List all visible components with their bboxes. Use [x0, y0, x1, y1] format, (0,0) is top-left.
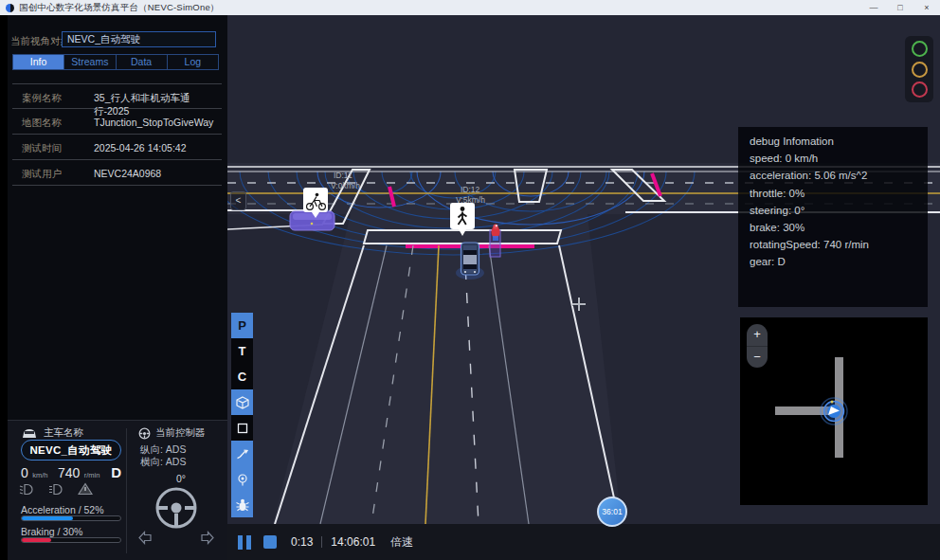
tool-p-button[interactable]: P	[231, 313, 253, 338]
minimize-icon[interactable]: —	[860, 0, 887, 15]
tab-log[interactable]: Log	[168, 55, 218, 69]
cyclist-speed-label: V:0km/h	[331, 181, 360, 190]
braking-label: Braking / 30%	[21, 526, 82, 537]
acceleration-bar-fill	[22, 516, 73, 520]
debug-steering: steering: 0°	[750, 205, 916, 216]
traffic-light-indicator	[905, 36, 933, 102]
app-icon	[6, 4, 14, 12]
tool-square-button[interactable]	[231, 415, 253, 441]
simulation-viewport[interactable]: ID:11 V:0km/h ID:12 V:5km/h	[227, 15, 940, 560]
maximize-icon[interactable]: □	[887, 0, 913, 15]
location-pin-icon	[235, 472, 250, 487]
arrow-right-icon	[200, 531, 214, 545]
title-bar: 国创中心数字化场景仿真平台（NEVC-SimOne） — □ ×	[0, 0, 940, 15]
cyclist-id-label: ID:11	[334, 171, 352, 180]
braking-bar-fill	[22, 538, 51, 542]
field-label: 测试用户	[22, 168, 62, 181]
tool-location-button[interactable]	[231, 466, 253, 492]
simulation-clock: 14:06:01	[331, 535, 375, 549]
bug-icon	[235, 497, 250, 513]
playback-bar: 0:13 14:06:01 倍速	[227, 524, 940, 560]
speed-value: 0	[21, 465, 28, 480]
stop-icon[interactable]	[263, 535, 277, 549]
debug-rotating-speed: rotatingSpeed: 740 r/min	[750, 239, 916, 250]
traffic-light-yellow	[912, 62, 928, 78]
playback-divider	[321, 536, 322, 548]
path-icon	[235, 446, 250, 461]
vehicle-panel: 主车名称 NEVC_自动驾驶 0 km/h 740 r/min D	[8, 420, 227, 560]
low-beam-icon	[19, 483, 37, 496]
traffic-light-red	[912, 81, 928, 98]
panel-divider	[126, 428, 127, 553]
zoom-in-button[interactable]: +	[747, 324, 768, 347]
arrow-left-icon	[138, 531, 153, 545]
viewport-toolbar: P T C	[231, 313, 253, 517]
controller-panel-title: 当前控制器	[155, 426, 206, 440]
tab-streams[interactable]: Streams	[64, 55, 116, 69]
close-icon[interactable]: ×	[913, 0, 940, 15]
field-value: NEVC24A0968	[94, 168, 161, 179]
rpm-unit: r/min	[84, 471, 100, 479]
car-icon	[21, 427, 38, 439]
minimap[interactable]: + −	[740, 317, 928, 505]
field-label: 地图名称	[22, 117, 62, 130]
debug-acceleration: acceleration: 5.06 m/s^2	[750, 170, 916, 181]
tool-cube-button[interactable]	[231, 389, 253, 415]
tab-data[interactable]: Data	[117, 55, 168, 69]
field-label: 案例名称	[22, 92, 62, 105]
high-beam-icon	[48, 483, 66, 496]
acceleration-bar	[21, 515, 121, 521]
speed-unit: km/h	[32, 471, 47, 479]
steering-angle-value: 0°	[167, 473, 195, 484]
square-icon	[235, 421, 250, 436]
pause-icon[interactable]	[238, 535, 251, 550]
ego-vehicle-button[interactable]: NEVC_自动驾驶	[21, 440, 121, 461]
field-value: TJunction_StopToGiveWay	[94, 117, 213, 128]
field-label: 测试时间	[22, 142, 62, 155]
tool-t-button[interactable]: T	[231, 338, 253, 364]
field-case-name: 案例名称 35_行人和非机动车通行-2025	[12, 83, 222, 109]
longitudinal-controller: 纵向: ADS	[140, 443, 186, 457]
tool-path-button[interactable]	[231, 441, 253, 466]
cursor-crosshair	[570, 296, 588, 313]
speed-readout: 0 km/h 740 r/min D	[21, 464, 121, 481]
sidebar-collapse-button[interactable]: <	[230, 191, 246, 210]
tool-c-button[interactable]: C	[231, 364, 253, 389]
steering-wheel-icon	[138, 427, 151, 440]
lateral-controller: 横向: ADS	[140, 456, 186, 469]
field-test-user: 测试用户 NEVC24A0968	[12, 160, 222, 186]
debug-gear: gear: D	[750, 256, 916, 267]
field-map-name: 地图名称 TJunction_StopToGiveWay	[12, 109, 222, 135]
debug-throttle: throttle: 0%	[750, 188, 916, 199]
tool-debug-button[interactable]	[231, 492, 253, 517]
field-test-time: 测试时间 2025-04-26 14:05:42	[12, 135, 222, 160]
window-title: 国创中心数字化场景仿真平台（NEVC-SimOne）	[19, 2, 220, 14]
view-target-input[interactable]	[62, 31, 216, 47]
debug-panel: debug Infomation speed: 0 km/h accelerat…	[738, 127, 928, 307]
vehicle-panel-title: 主车名称	[44, 426, 83, 440]
gear-indicator: D	[111, 464, 121, 480]
minimap-zoom-controls: + −	[747, 324, 768, 368]
info-fields: 案例名称 35_行人和非机动车通行-2025 地图名称 TJunction_St…	[12, 83, 222, 186]
acceleration-label: Acceleration / 52%	[21, 504, 104, 515]
field-value: 2025-04-26 14:05:42	[94, 142, 187, 154]
rpm-value: 740	[58, 465, 80, 480]
application-window: 国创中心数字化场景仿真平台（NEVC-SimOne） — □ × 当前视角对象 …	[0, 0, 940, 560]
zoom-out-button[interactable]: −	[747, 347, 768, 369]
countdown-timer-badge: 36:01	[597, 497, 627, 527]
cube-icon	[235, 395, 250, 410]
tab-info[interactable]: Info	[13, 55, 64, 69]
pedestrian-id-label: ID:12	[461, 185, 480, 194]
pedestrian-speed-label: V:5km/h	[456, 195, 485, 205]
sidebar: 当前视角对象 Info Streams Data Log 案例名称 35_行人和…	[0, 15, 227, 560]
sidebar-tabs: Info Streams Data Log	[12, 54, 219, 70]
debug-title: debug Infomation	[750, 135, 916, 147]
steering-wheel-large-icon	[154, 485, 199, 531]
braking-bar	[21, 537, 121, 543]
debug-speed: speed: 0 km/h	[750, 153, 916, 164]
playback-speed-button[interactable]: 倍速	[390, 534, 413, 551]
traffic-light-green	[912, 41, 928, 57]
hazard-triangle-icon	[78, 482, 93, 496]
elapsed-time: 0:13	[291, 535, 313, 549]
debug-brake: brake: 30%	[750, 222, 916, 233]
